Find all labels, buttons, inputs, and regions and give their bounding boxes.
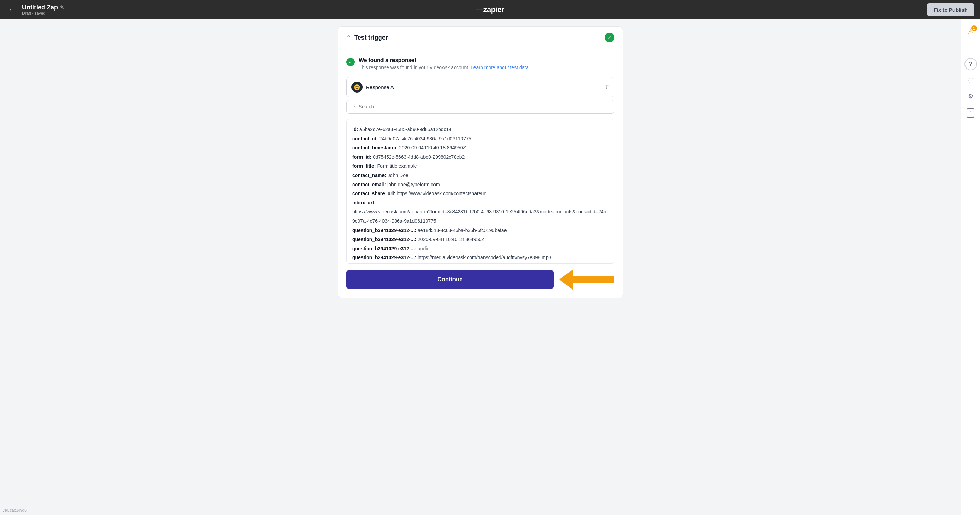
response-dropdown-left: 😊 Response A bbox=[352, 82, 394, 93]
success-checkmark: ✓ bbox=[605, 33, 614, 42]
data-value: 0d75452c-5663-4dd8-abe0-299802c78eb2 bbox=[373, 152, 465, 162]
data-row: form_title:Form title example bbox=[352, 162, 609, 171]
data-key: form_id: bbox=[352, 152, 371, 162]
arrow-head bbox=[559, 269, 573, 290]
right-sidebar: ⚠ 1 ☰ ? ◌ ⚙ ⇧ bbox=[961, 19, 980, 515]
panel-title: Test trigger bbox=[354, 34, 388, 41]
list-button[interactable]: ☰ bbox=[964, 41, 978, 55]
zap-status: Draft · saved bbox=[22, 11, 64, 16]
data-value: John Doe bbox=[388, 171, 408, 180]
chevron-up-icon[interactable]: ⌃ bbox=[346, 35, 351, 41]
banner-text: We found a response! This response was f… bbox=[359, 57, 530, 70]
back-button[interactable]: ← bbox=[5, 3, 18, 16]
data-row: contact_id:24b9e07a-4c76-4034-986a-9a1d0… bbox=[352, 134, 609, 144]
zap-title-text: Untitled Zap bbox=[22, 4, 58, 11]
banner-description: This response was found in your VideoAsk… bbox=[359, 65, 530, 70]
zap-title-area: Untitled Zap ✎ Draft · saved bbox=[22, 4, 64, 16]
upload-icon: ⇧ bbox=[967, 108, 975, 118]
data-row: question_b3941029-e312-...: audio bbox=[352, 244, 609, 254]
search-icon: ⚬ bbox=[352, 104, 356, 110]
help-icon: ? bbox=[969, 60, 972, 68]
center-content: ⌃ Test trigger ✓ ✓ We found a response! … bbox=[0, 19, 961, 515]
data-key: contact_id: bbox=[352, 134, 378, 144]
data-key: form_title: bbox=[352, 162, 375, 171]
continue-button[interactable]: Continue bbox=[346, 270, 554, 289]
header-left: ← Untitled Zap ✎ Draft · saved bbox=[5, 3, 64, 16]
settings-button[interactable]: ⚙ bbox=[964, 89, 978, 103]
data-row: question_b3941029-e312-...: ae18d513-4c6… bbox=[352, 226, 609, 235]
main-layout: ⌃ Test trigger ✓ ✓ We found a response! … bbox=[0, 19, 980, 515]
data-row: contact_timestamp:2020-09-04T10:40:18.86… bbox=[352, 143, 609, 152]
data-key: contact_email: bbox=[352, 180, 386, 189]
response-avatar: 😊 bbox=[352, 82, 363, 93]
data-key: inbox_url: bbox=[352, 198, 375, 208]
learn-more-link[interactable]: Learn more about test data bbox=[471, 65, 528, 70]
search-input[interactable] bbox=[359, 104, 609, 109]
data-key: contact_name: bbox=[352, 171, 386, 180]
header: ← Untitled Zap ✎ Draft · saved —zapier F… bbox=[0, 0, 980, 19]
data-value: https://media.videoask.com/transcoded/au… bbox=[418, 253, 551, 262]
data-key: question_b3941029-e312-...: bbox=[352, 244, 416, 254]
version-text: ver. cab149d5 bbox=[3, 508, 27, 512]
data-key: id: bbox=[352, 125, 358, 134]
response-dropdown[interactable]: 😊 Response A ⇵ bbox=[346, 77, 614, 97]
data-value: 2020-09-04T10:40:18.864950Z bbox=[418, 235, 485, 244]
data-row: question_b3941029-e312-...: https://medi… bbox=[352, 253, 609, 262]
history-icon: ◌ bbox=[967, 76, 974, 84]
found-response-banner: ✓ We found a response! This response was… bbox=[346, 57, 614, 70]
data-row: contact_name:John Doe bbox=[352, 171, 609, 180]
data-value: john.doe@typeform.com bbox=[387, 180, 440, 189]
check-green-icon: ✓ bbox=[346, 58, 355, 66]
panel-body: ✓ We found a response! This response was… bbox=[338, 49, 623, 298]
data-row: contact_email:john.doe@typeform.com bbox=[352, 180, 609, 189]
data-value: Form title example bbox=[377, 162, 417, 171]
data-value: 24b9e07a-4c76-4034-986a-9a1d06110775 bbox=[379, 134, 471, 144]
response-label: Response A bbox=[366, 84, 394, 90]
data-row: inbox_url:https://www.videoask.com/app/f… bbox=[352, 198, 609, 226]
zap-title: Untitled Zap ✎ bbox=[22, 4, 64, 11]
data-key: question_b3941029-e312-...: bbox=[352, 262, 416, 264]
help-button[interactable]: ? bbox=[964, 58, 977, 70]
zapier-logo: —zapier bbox=[476, 5, 504, 14]
data-key: contact_share_url: bbox=[352, 189, 395, 198]
panel-header-left: ⌃ Test trigger bbox=[346, 34, 388, 41]
data-row: question_b3941029-e312-...: 3 bbox=[352, 262, 609, 264]
data-row: contact_share_url:https://www.videoask.c… bbox=[352, 189, 609, 198]
list-icon: ☰ bbox=[968, 44, 974, 52]
settings-icon: ⚙ bbox=[968, 93, 974, 100]
upload-button[interactable]: ⇧ bbox=[964, 106, 978, 120]
data-value: 3 bbox=[418, 262, 420, 264]
back-arrow-icon: ← bbox=[9, 6, 15, 13]
edit-icon[interactable]: ✎ bbox=[60, 5, 64, 10]
content-wrapper: ⌃ Test trigger ✓ ✓ We found a response! … bbox=[332, 19, 628, 515]
test-trigger-panel: ⌃ Test trigger ✓ ✓ We found a response! … bbox=[338, 26, 623, 298]
sort-icon: ⇵ bbox=[605, 84, 609, 90]
history-button[interactable]: ◌ bbox=[964, 73, 978, 87]
data-value: 2020-09-04T10:40:18.864950Z bbox=[399, 143, 466, 152]
warning-badge: 1 bbox=[971, 25, 977, 31]
banner-heading: We found a response! bbox=[359, 57, 530, 63]
data-key: contact_timestamp: bbox=[352, 143, 398, 152]
data-value: ae18d513-4c63-46ba-b36b-6fc0190befae bbox=[418, 226, 506, 235]
data-key: question_b3941029-e312-...: bbox=[352, 253, 416, 262]
data-row: id:a5ba2d7e-62a3-4585-ab90-9d85a12bdc14 bbox=[352, 125, 609, 134]
warning-button[interactable]: ⚠ 1 bbox=[964, 25, 978, 38]
header-center: —zapier bbox=[476, 5, 504, 14]
arrow-body bbox=[573, 276, 614, 283]
fix-to-publish-button[interactable]: Fix to Publish bbox=[927, 3, 975, 16]
data-key: question_b3941029-e312-...: bbox=[352, 226, 416, 235]
arrow-indicator bbox=[559, 269, 614, 290]
data-list: id:a5ba2d7e-62a3-4585-ab90-9d85a12bdc14c… bbox=[346, 119, 614, 264]
data-row: question_b3941029-e312-...: 2020-09-04T1… bbox=[352, 235, 609, 244]
data-value: https://www.videoask.com/contactshareurl bbox=[397, 189, 487, 198]
search-box: ⚬ bbox=[346, 100, 614, 114]
data-key: question_b3941029-e312-...: bbox=[352, 235, 416, 244]
data-value: a5ba2d7e-62a3-4585-ab90-9d85a12bdc14 bbox=[360, 125, 452, 134]
panel-header: ⌃ Test trigger ✓ bbox=[338, 27, 623, 49]
data-row: form_id:0d75452c-5663-4dd8-abe0-299802c7… bbox=[352, 152, 609, 162]
data-value: https://www.videoask.com/app/form?formId… bbox=[352, 207, 609, 225]
data-value: audio bbox=[418, 244, 430, 254]
continue-section: Continue bbox=[346, 264, 614, 290]
